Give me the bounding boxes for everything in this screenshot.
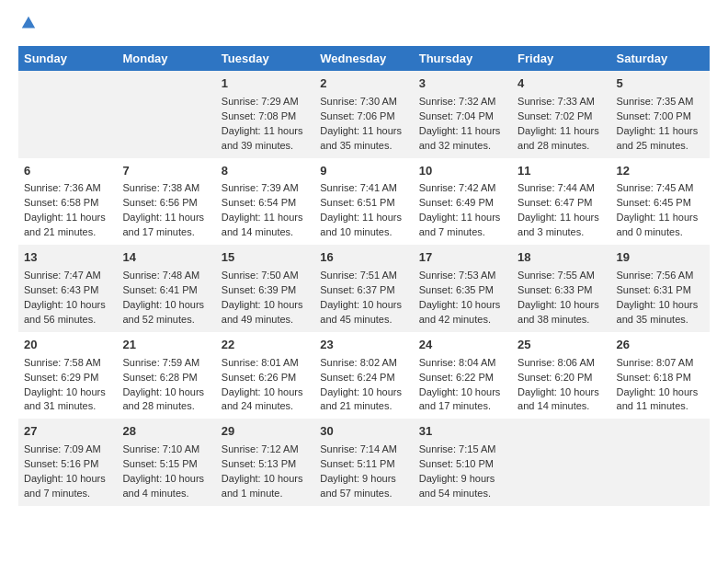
sunrise-text: Sunrise: 8:01 AM <box>222 357 299 368</box>
daylight-text: Daylight: 11 hours and 35 minutes. <box>320 125 402 151</box>
sunrise-text: Sunrise: 7:12 AM <box>222 443 299 454</box>
sunrise-text: Sunrise: 7:15 AM <box>419 443 496 454</box>
sunset-text: Sunset: 6:31 PM <box>617 284 691 295</box>
calendar-cell: 8Sunrise: 7:39 AMSunset: 6:54 PMDaylight… <box>216 158 314 246</box>
sunset-text: Sunset: 5:10 PM <box>419 458 494 469</box>
calendar-cell: 10Sunrise: 7:42 AMSunset: 6:49 PMDayligh… <box>414 158 512 246</box>
daylight-text: Daylight: 11 hours and 32 minutes. <box>419 125 501 151</box>
daylight-text: Daylight: 10 hours and 49 minutes. <box>222 299 303 325</box>
calendar-cell: 7Sunrise: 7:38 AMSunset: 6:56 PMDaylight… <box>117 158 215 246</box>
day-number: 14 <box>122 249 210 267</box>
day-number: 9 <box>320 163 407 180</box>
daylight-text: Daylight: 10 hours and 52 minutes. <box>122 299 204 325</box>
daylight-text: Daylight: 10 hours and 7 minutes. <box>24 473 106 499</box>
calendar-cell: 29Sunrise: 7:12 AMSunset: 5:13 PMDayligh… <box>216 419 314 506</box>
calendar-cell: 5Sunrise: 7:35 AMSunset: 7:00 PMDaylight… <box>611 71 710 158</box>
sunset-text: Sunset: 6:20 PM <box>518 372 592 383</box>
sunrise-text: Sunrise: 7:29 AM <box>222 96 299 107</box>
sunset-text: Sunset: 6:39 PM <box>222 284 296 295</box>
calendar-cell: 25Sunrise: 8:06 AMSunset: 6:20 PMDayligh… <box>512 332 610 419</box>
calendar-cell: 20Sunrise: 7:58 AMSunset: 6:29 PMDayligh… <box>18 332 117 419</box>
sunrise-text: Sunrise: 7:58 AM <box>24 357 101 368</box>
calendar-cell: 11Sunrise: 7:44 AMSunset: 6:47 PMDayligh… <box>512 158 610 246</box>
logo <box>18 18 37 31</box>
sunrise-text: Sunrise: 7:09 AM <box>24 443 101 454</box>
daylight-text: Daylight: 10 hours and 35 minutes. <box>617 299 699 325</box>
page-header <box>18 18 710 31</box>
daylight-text: Daylight: 10 hours and 21 minutes. <box>320 386 402 412</box>
sunrise-text: Sunrise: 7:35 AM <box>617 96 694 107</box>
sunrise-text: Sunrise: 7:36 AM <box>24 182 101 193</box>
calendar-cell <box>611 419 710 506</box>
day-number: 15 <box>222 249 309 267</box>
day-number: 30 <box>320 423 407 441</box>
day-number: 24 <box>419 337 506 354</box>
sunset-text: Sunset: 6:33 PM <box>518 284 592 295</box>
sunset-text: Sunset: 5:11 PM <box>320 458 394 469</box>
day-number: 23 <box>320 337 407 354</box>
weekday-header-sunday: Sunday <box>18 46 117 71</box>
calendar-cell <box>18 71 117 158</box>
sunset-text: Sunset: 5:15 PM <box>122 458 197 469</box>
day-number: 22 <box>222 337 309 354</box>
day-number: 17 <box>419 249 506 267</box>
day-number: 2 <box>320 75 407 93</box>
weekday-header-friday: Friday <box>512 46 610 71</box>
sunrise-text: Sunrise: 7:10 AM <box>122 443 199 454</box>
daylight-text: Daylight: 11 hours and 0 minutes. <box>617 212 699 237</box>
daylight-text: Daylight: 10 hours and 17 minutes. <box>419 386 501 412</box>
daylight-text: Daylight: 11 hours and 14 minutes. <box>222 212 303 237</box>
calendar-cell: 9Sunrise: 7:41 AMSunset: 6:51 PMDaylight… <box>314 158 413 246</box>
daylight-text: Daylight: 10 hours and 31 minutes. <box>24 386 106 412</box>
daylight-text: Daylight: 10 hours and 28 minutes. <box>122 386 204 412</box>
sunset-text: Sunset: 7:08 PM <box>222 110 296 121</box>
sunset-text: Sunset: 6:24 PM <box>320 372 394 383</box>
day-number: 8 <box>222 163 309 180</box>
calendar-week-row: 27Sunrise: 7:09 AMSunset: 5:16 PMDayligh… <box>18 419 710 506</box>
sunrise-text: Sunrise: 7:38 AM <box>122 182 199 193</box>
sunset-text: Sunset: 6:37 PM <box>320 284 394 295</box>
sunset-text: Sunset: 6:28 PM <box>122 372 197 383</box>
daylight-text: Daylight: 10 hours and 24 minutes. <box>222 386 303 412</box>
calendar-cell: 21Sunrise: 7:59 AMSunset: 6:28 PMDayligh… <box>117 332 215 419</box>
sunset-text: Sunset: 6:43 PM <box>24 284 98 295</box>
calendar-cell: 28Sunrise: 7:10 AMSunset: 5:15 PMDayligh… <box>117 419 215 506</box>
daylight-text: Daylight: 10 hours and 11 minutes. <box>617 386 699 412</box>
sunrise-text: Sunrise: 7:53 AM <box>419 270 496 281</box>
day-number: 1 <box>222 75 309 93</box>
sunset-text: Sunset: 6:56 PM <box>122 197 197 208</box>
day-number: 27 <box>24 423 111 441</box>
weekday-header-row: SundayMondayTuesdayWednesdayThursdayFrid… <box>18 46 710 71</box>
day-number: 18 <box>518 249 605 267</box>
weekday-header-thursday: Thursday <box>414 46 512 71</box>
weekday-header-wednesday: Wednesday <box>314 46 413 71</box>
calendar-cell: 1Sunrise: 7:29 AMSunset: 7:08 PMDaylight… <box>216 71 314 158</box>
sunset-text: Sunset: 6:22 PM <box>419 372 494 383</box>
sunrise-text: Sunrise: 7:39 AM <box>222 182 299 193</box>
day-number: 10 <box>419 163 506 180</box>
sunrise-text: Sunrise: 7:33 AM <box>518 96 595 107</box>
sunrise-text: Sunrise: 7:51 AM <box>320 270 397 281</box>
calendar-cell: 14Sunrise: 7:48 AMSunset: 6:41 PMDayligh… <box>117 245 215 332</box>
calendar-week-row: 20Sunrise: 7:58 AMSunset: 6:29 PMDayligh… <box>18 332 710 419</box>
calendar-week-row: 1Sunrise: 7:29 AMSunset: 7:08 PMDaylight… <box>18 71 710 158</box>
sunset-text: Sunset: 6:26 PM <box>222 372 296 383</box>
sunrise-text: Sunrise: 7:44 AM <box>518 182 595 193</box>
sunrise-text: Sunrise: 7:30 AM <box>320 96 397 107</box>
day-number: 4 <box>518 75 605 93</box>
sunset-text: Sunset: 6:18 PM <box>617 372 691 383</box>
daylight-text: Daylight: 9 hours and 57 minutes. <box>320 473 396 499</box>
calendar-cell: 23Sunrise: 8:02 AMSunset: 6:24 PMDayligh… <box>314 332 413 419</box>
daylight-text: Daylight: 11 hours and 17 minutes. <box>122 212 204 237</box>
day-number: 19 <box>617 249 704 267</box>
sunset-text: Sunset: 7:04 PM <box>419 110 494 121</box>
calendar-cell: 16Sunrise: 7:51 AMSunset: 6:37 PMDayligh… <box>314 245 413 332</box>
sunrise-text: Sunrise: 7:32 AM <box>419 96 496 107</box>
sunrise-text: Sunrise: 7:14 AM <box>320 443 397 454</box>
sunset-text: Sunset: 7:00 PM <box>617 110 691 121</box>
calendar-cell: 24Sunrise: 8:04 AMSunset: 6:22 PMDayligh… <box>414 332 512 419</box>
day-number: 12 <box>617 163 704 180</box>
day-number: 6 <box>24 163 111 180</box>
daylight-text: Daylight: 11 hours and 21 minutes. <box>24 212 106 237</box>
calendar-table: SundayMondayTuesdayWednesdayThursdayFrid… <box>18 46 710 506</box>
